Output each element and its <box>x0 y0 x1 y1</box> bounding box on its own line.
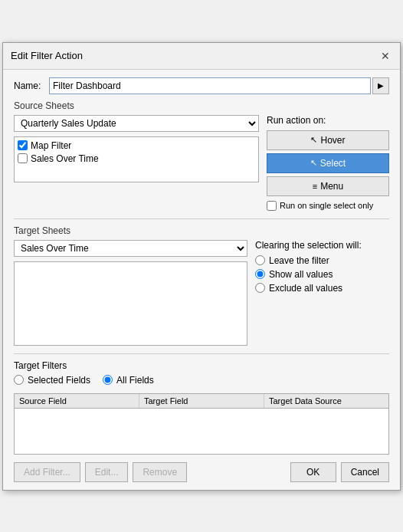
show-all-radio[interactable] <box>255 269 265 279</box>
menu-button[interactable]: ≡ Menu <box>267 176 389 196</box>
source-dropdown-row: Quarterly Sales Update <box>14 115 259 132</box>
target-sheets-section: Target Sheets Sales Over Time Clearing t… <box>14 225 389 346</box>
divider-2 <box>14 353 389 354</box>
source-sheets-label: Source Sheets <box>14 100 389 111</box>
edit-filter-dialog: Edit Filter Action ✕ Name: ▶ Source Shee… <box>2 42 401 491</box>
selected-fields-item: Selected Fields <box>14 375 90 386</box>
show-all-label: Show all values <box>269 269 333 280</box>
target-sheets-content: Sales Over Time Clearing the selection w… <box>14 240 389 346</box>
target-field-header: Target Field <box>139 394 264 408</box>
run-single-label: Run on single select only <box>280 201 373 210</box>
select-button[interactable]: ↖ Select <box>267 153 389 173</box>
show-all-item: Show all values <box>255 269 389 280</box>
clearing-label: Clearing the selection will: <box>255 240 389 251</box>
target-sheets-left: Sales Over Time <box>14 240 247 346</box>
run-single-row: Run on single select only <box>267 201 389 211</box>
source-checkbox-list: Map Filter Sales Over Time <box>14 136 259 182</box>
run-single-checkbox[interactable] <box>267 201 277 211</box>
target-dropdown-row: Sales Over Time <box>14 240 247 257</box>
table-header: Source Field Target Field Target Data So… <box>15 394 388 409</box>
leave-filter-label: Leave the filter <box>269 255 329 266</box>
edit-button[interactable]: Edit... <box>85 462 129 482</box>
filter-action-buttons: Add Filter... Edit... Remove <box>14 462 187 482</box>
exclude-all-item: Exclude all values <box>255 283 389 294</box>
add-filter-button[interactable]: Add Filter... <box>14 462 80 482</box>
remove-button[interactable]: Remove <box>133 462 187 482</box>
hover-label: Hover <box>320 135 345 146</box>
map-filter-label: Map Filter <box>31 140 71 151</box>
hover-icon: ↖ <box>310 135 317 145</box>
ok-button[interactable]: OK <box>290 462 336 482</box>
target-sheet-list <box>14 261 247 346</box>
source-sheets-section: Source Sheets Quarterly Sales Update Map… <box>14 100 389 211</box>
menu-icon: ≡ <box>313 182 317 191</box>
exclude-all-radio[interactable] <box>255 283 265 293</box>
target-filters-section: Target Filters Selected Fields All Field… <box>14 360 389 455</box>
target-filters-radio-row: Selected Fields All Fields <box>14 375 389 389</box>
run-action-label: Run action on: <box>267 115 389 126</box>
all-fields-radio[interactable] <box>103 375 113 385</box>
sales-over-time-item: Sales Over Time <box>18 153 255 164</box>
divider-1 <box>14 218 389 219</box>
leave-filter-radio[interactable] <box>255 255 265 265</box>
target-data-source-header: Target Data Source <box>264 394 388 408</box>
all-fields-label: All Fields <box>116 375 154 386</box>
sales-over-time-checkbox[interactable] <box>18 153 28 163</box>
target-filters-label: Target Filters <box>14 360 389 371</box>
close-button[interactable]: ✕ <box>378 49 392 63</box>
name-input[interactable] <box>49 77 371 94</box>
source-sheets-dropdown[interactable]: Quarterly Sales Update <box>14 115 259 132</box>
source-field-header: Source Field <box>15 394 139 408</box>
hover-button[interactable]: ↖ Hover <box>267 130 389 150</box>
all-fields-item: All Fields <box>103 375 154 386</box>
source-sheets-content: Quarterly Sales Update Map Filter Sales … <box>14 115 389 211</box>
clearing-section: Clearing the selection will: Leave the f… <box>255 240 389 346</box>
map-filter-checkbox[interactable] <box>18 140 28 150</box>
target-sheets-label: Target Sheets <box>14 225 389 236</box>
leave-filter-item: Leave the filter <box>255 255 389 266</box>
title-bar: Edit Filter Action ✕ <box>3 43 400 70</box>
target-sheets-dropdown[interactable]: Sales Over Time <box>14 240 247 257</box>
target-filters-table: Source Field Target Field Target Data So… <box>14 393 389 455</box>
name-arrow-button[interactable]: ▶ <box>372 77 389 94</box>
cancel-button[interactable]: Cancel <box>341 462 389 482</box>
source-sheets-left: Quarterly Sales Update Map Filter Sales … <box>14 115 259 211</box>
name-row: Name: ▶ <box>14 77 389 94</box>
sales-over-time-label: Sales Over Time <box>31 153 99 164</box>
select-icon: ↖ <box>310 158 317 168</box>
name-label: Name: <box>14 80 44 91</box>
selected-fields-radio[interactable] <box>14 375 24 385</box>
selected-fields-label: Selected Fields <box>28 375 90 386</box>
run-action-col: Run action on: ↖ Hover ↖ Select ≡ Menu <box>267 115 389 211</box>
bottom-buttons: Add Filter... Edit... Remove OK Cancel <box>14 462 389 482</box>
dialog-title: Edit Filter Action <box>11 50 83 61</box>
select-label: Select <box>320 158 346 169</box>
dialog-body: Name: ▶ Source Sheets Quarterly Sales Up… <box>3 70 400 490</box>
map-filter-item: Map Filter <box>18 140 255 151</box>
exclude-all-label: Exclude all values <box>269 283 342 294</box>
menu-label: Menu <box>320 181 343 192</box>
dialog-action-buttons: OK Cancel <box>290 462 389 482</box>
